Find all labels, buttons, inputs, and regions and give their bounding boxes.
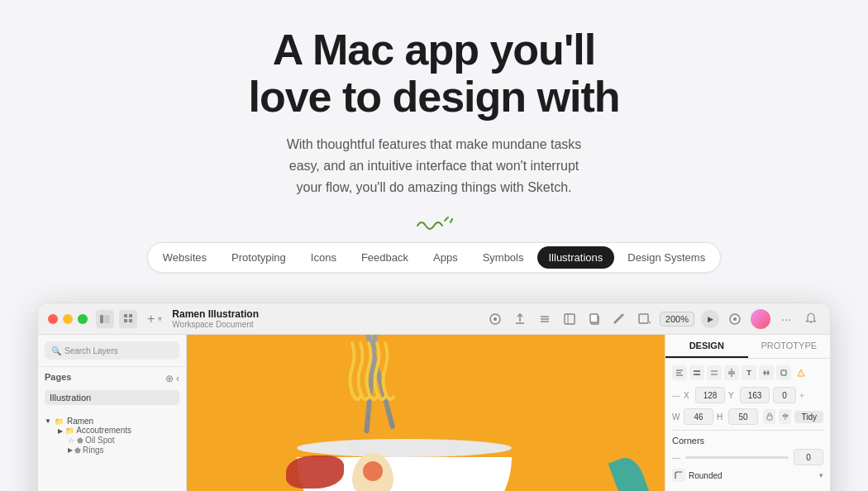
w-field: W 46 (672, 408, 713, 425)
tab-apps[interactable]: Apps (422, 246, 470, 269)
sidebar-toggle-icon[interactable] (96, 310, 114, 328)
tidy-button[interactable]: Tidy (794, 411, 823, 423)
sidebar-search-section: 🔍 Search Layers (38, 335, 186, 367)
maximize-button[interactable] (78, 314, 88, 324)
svg-text:!: ! (800, 371, 801, 376)
doc-info: Ramen Illustration Workspace Document (172, 308, 486, 329)
page-item-illustration[interactable]: Illustration (45, 390, 179, 405)
flip-icon[interactable] (779, 409, 791, 424)
tab-prototyping[interactable]: Prototyping (220, 246, 298, 269)
align-icons-row: T ! (672, 365, 823, 380)
corner-value[interactable]: 0 (794, 449, 823, 465)
copy-icon[interactable] (585, 310, 603, 328)
distribute-h-icon[interactable] (724, 365, 739, 380)
rounded-label: Rounded (689, 471, 816, 480)
tab-icons[interactable]: Icons (299, 246, 348, 269)
search-bar[interactable]: 🔍 Search Layers (45, 341, 179, 360)
divider (672, 430, 823, 431)
upload-icon[interactable] (511, 310, 529, 328)
layer-group-ramen[interactable]: ▼ 📁 Ramen (45, 417, 179, 426)
avatar (751, 309, 770, 329)
align-left-icon[interactable] (672, 365, 687, 380)
align-right-icon[interactable] (707, 365, 722, 380)
share-icon[interactable] (726, 310, 744, 328)
app-window: + ▾ Ramen Illustration Workspace Documen… (37, 303, 831, 491)
target-icon[interactable] (486, 310, 504, 328)
x-field: X 128 (684, 387, 725, 403)
text-icon[interactable]: T (742, 365, 756, 380)
layers-section: ▼ 📁 Ramen ▶ 📁 Accoutrements ☆ ⬟ Oil Spot (38, 412, 186, 460)
zoom-selector[interactable]: 200% (660, 312, 694, 327)
tab-prototype[interactable]: PROTOTYPE (748, 335, 831, 358)
minimize-button[interactable] (63, 314, 73, 324)
pages-section: Pages ⊕ ‹ Illustration (38, 367, 186, 412)
layer-item-rings[interactable]: ▶ ⬟ Rings (45, 446, 179, 455)
more-icon[interactable]: ··· (777, 310, 795, 328)
layer-item-oil-spot[interactable]: ☆ ⬟ Oil Spot (45, 436, 179, 445)
warning-icon: ! (794, 365, 808, 380)
svg-point-22 (733, 317, 737, 321)
svg-text:▾: ▾ (649, 320, 651, 325)
slider-min-icon: — (672, 453, 680, 462)
sidebar: 🔍 Search Layers Pages ⊕ ‹ Illustration ▼… (38, 335, 187, 491)
titlebar-right: ▾ 200% ▶ ··· (486, 309, 820, 329)
rotation-input[interactable]: 0 (773, 387, 796, 403)
panel-tabs: DESIGN PROTOTYPE (665, 335, 830, 359)
svg-rect-30 (711, 374, 718, 375)
layer-sub-group[interactable]: ▶ 📁 Accoutrements (45, 426, 179, 435)
panel-content: T ! — (665, 359, 830, 491)
x-input[interactable]: 128 (695, 387, 725, 403)
grid-icon[interactable] (119, 310, 137, 328)
h-label: H (717, 412, 727, 422)
align-center-icon[interactable] (689, 365, 704, 380)
egg (352, 453, 393, 491)
y-field: Y 163 (728, 387, 770, 403)
pages-label: Pages (45, 372, 71, 382)
meat (286, 455, 344, 489)
app-body: 🔍 Search Layers Pages ⊕ ‹ Illustration ▼… (38, 335, 830, 491)
pen-icon[interactable] (610, 310, 628, 328)
add-button[interactable]: + ▾ (147, 312, 162, 327)
rounded-row: Rounded ▾ (672, 469, 823, 482)
canvas-area (187, 335, 665, 491)
resize-icon[interactable] (560, 310, 579, 328)
x-label: X (684, 391, 694, 400)
play-button[interactable]: ▶ (701, 310, 719, 328)
rounded-corner-icon (672, 469, 685, 482)
h-input[interactable]: 50 (728, 408, 758, 425)
svg-line-1 (451, 219, 452, 222)
bell-icon[interactable] (802, 310, 820, 328)
svg-rect-2 (100, 315, 103, 323)
svg-rect-39 (767, 416, 772, 420)
lock-ratio-icon[interactable] (763, 409, 775, 424)
tab-websites[interactable]: Websites (151, 246, 218, 269)
traffic-lights (48, 314, 88, 324)
close-button[interactable] (48, 314, 58, 324)
chevron-down-icon: ▼ (45, 417, 51, 425)
corners-slider[interactable] (685, 456, 789, 459)
svg-rect-4 (124, 314, 127, 317)
garnish (615, 457, 648, 491)
w-input[interactable]: 46 (684, 408, 713, 425)
svg-rect-32 (728, 371, 731, 374)
tab-feedback[interactable]: Feedback (350, 246, 420, 269)
add-page-icon[interactable]: ⊕ ‹ (165, 373, 179, 384)
tab-illustrations[interactable]: Illustrations (537, 246, 615, 269)
tab-symbols[interactable]: Symbols (471, 246, 536, 269)
tab-design[interactable]: DESIGN (665, 335, 748, 358)
tab-design-systems[interactable]: Design Systems (616, 246, 717, 269)
y-input[interactable]: 163 (740, 387, 770, 403)
transform-icon[interactable]: ▾ (635, 310, 653, 328)
folder-icon: 📁 (55, 417, 64, 426)
layer-group-label: Ramen (67, 417, 93, 426)
spacing-icon[interactable] (759, 365, 774, 380)
chevron-down-icon[interactable]: ▾ (819, 471, 823, 479)
padding-icon[interactable] (776, 365, 791, 380)
layers-icon[interactable] (536, 310, 554, 328)
ramen-illustration (187, 335, 665, 491)
titlebar: + ▾ Ramen Illustration Workspace Documen… (38, 303, 830, 335)
hero-section: A Mac app you'll love to design with Wit… (0, 0, 868, 303)
svg-rect-19 (639, 314, 648, 323)
hero-title: A Mac app you'll love to design with (17, 26, 851, 121)
corners-label: Corners (672, 436, 823, 446)
